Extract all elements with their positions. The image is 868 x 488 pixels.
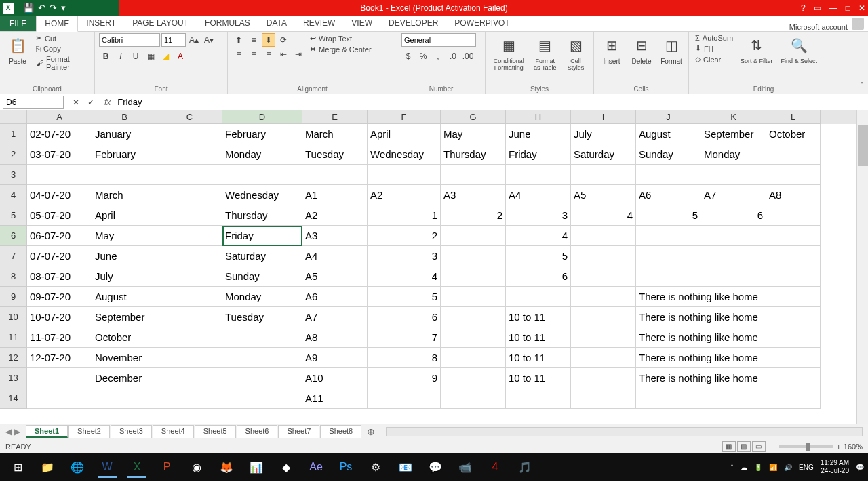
cell-B5[interactable]: April [92, 205, 157, 226]
border-button[interactable]: ▦ [144, 49, 157, 63]
cell-A10[interactable]: 10-07-20 [27, 307, 92, 327]
cell-B1[interactable]: January [92, 124, 157, 144]
align-left-icon[interactable]: ≡ [232, 47, 245, 61]
cell-J2[interactable]: Sunday [636, 144, 701, 165]
cell-E5[interactable]: A2 [302, 205, 368, 226]
cell-I1[interactable]: July [571, 124, 636, 144]
cell-F11[interactable]: 7 [368, 327, 441, 348]
cell-D13[interactable] [222, 368, 302, 388]
app-icon-6[interactable]: 🎵 [511, 456, 538, 478]
tray-cloud-icon[interactable]: ☁ [741, 464, 747, 471]
cut-button[interactable]: ✂Cut [34, 33, 90, 43]
cell-I13[interactable] [571, 368, 636, 388]
cell-F4[interactable]: A2 [368, 185, 441, 205]
cell-K14[interactable] [701, 388, 766, 409]
word-icon[interactable]: W [94, 456, 121, 478]
cell-H9[interactable] [506, 287, 571, 307]
app-icon-4[interactable]: 💬 [422, 456, 449, 478]
cell-C4[interactable] [157, 185, 222, 205]
cell-L7[interactable] [766, 246, 821, 266]
cell-F2[interactable]: Wednesday [368, 144, 441, 165]
vertical-scrollbar[interactable] [856, 110, 868, 424]
fx-icon[interactable]: fx [100, 98, 115, 107]
percent-icon[interactable]: % [416, 49, 430, 63]
tab-formulas[interactable]: FORMULAS [197, 16, 258, 31]
cell-H7[interactable]: 5 [506, 246, 571, 266]
scrollbar-thumb[interactable] [858, 125, 868, 166]
cell-J8[interactable] [636, 266, 701, 287]
cell-F10[interactable]: 6 [368, 307, 441, 327]
cell-E1[interactable]: March [302, 124, 368, 144]
cell-H10[interactable]: 10 to 11 [506, 307, 571, 327]
cell-I10[interactable] [571, 307, 636, 327]
cell-C3[interactable] [157, 165, 222, 185]
col-header-C[interactable]: C [157, 110, 222, 124]
cell-J3[interactable] [636, 165, 701, 185]
tab-view[interactable]: VIEW [343, 16, 380, 31]
tray-language[interactable]: ENG [799, 464, 814, 471]
cell-E14[interactable]: A11 [302, 388, 368, 409]
cell-G11[interactable] [441, 327, 506, 348]
cell-B10[interactable]: September [92, 307, 157, 327]
cell-K13[interactable] [701, 368, 766, 388]
cell-K4[interactable]: A7 [701, 185, 766, 205]
cell-D9[interactable]: Monday [222, 287, 302, 307]
outlook-icon[interactable]: 📧 [392, 456, 419, 478]
cell-D10[interactable]: Tuesday [222, 307, 302, 327]
fill-button[interactable]: ⬇Fill [693, 43, 735, 54]
row-header-14[interactable]: 14 [0, 388, 27, 409]
cell-J14[interactable] [636, 388, 701, 409]
cell-F9[interactable]: 5 [368, 287, 441, 307]
col-header-B[interactable]: B [92, 110, 157, 124]
cell-C9[interactable] [157, 287, 222, 307]
cell-E10[interactable]: A7 [302, 307, 368, 327]
cell-L2[interactable] [766, 144, 821, 165]
cell-F3[interactable] [368, 165, 441, 185]
cell-I4[interactable]: A5 [571, 185, 636, 205]
cell-D3[interactable] [222, 165, 302, 185]
cell-L14[interactable] [766, 388, 821, 409]
notifications-icon[interactable]: 💬 [856, 464, 864, 471]
cell-K8[interactable] [701, 266, 766, 287]
cell-J9[interactable]: There is nothing like home [636, 287, 701, 307]
cell-B14[interactable] [92, 388, 157, 409]
cell-A3[interactable] [27, 165, 92, 185]
app-icon-1[interactable]: 📊 [243, 456, 270, 478]
cell-G9[interactable] [441, 287, 506, 307]
row-header-1[interactable]: 1 [0, 124, 27, 144]
cell-E7[interactable]: A4 [302, 246, 368, 266]
cell-I8[interactable] [571, 266, 636, 287]
app-icon-3[interactable]: ⚙ [362, 456, 389, 478]
collapse-ribbon-icon[interactable]: ˄ [860, 81, 864, 91]
currency-icon[interactable]: $ [401, 49, 415, 63]
italic-button[interactable]: I [114, 49, 127, 63]
cell-I11[interactable] [571, 327, 636, 348]
cell-J11[interactable]: There is nothing like home [636, 327, 701, 348]
firefox-icon[interactable]: 🦊 [213, 456, 240, 478]
help-icon[interactable]: ? [801, 3, 806, 13]
cell-B11[interactable]: October [92, 327, 157, 348]
sheet-tab-sheet8[interactable]: Sheet8 [320, 425, 361, 438]
tab-review[interactable]: REVIEW [295, 16, 343, 31]
cell-A7[interactable]: 07-07-20 [27, 246, 92, 266]
redo-icon[interactable]: ↷ [50, 3, 57, 13]
zoom-slider[interactable] [779, 445, 833, 448]
cell-D8[interactable]: Sunday [222, 266, 302, 287]
cell-G3[interactable] [441, 165, 506, 185]
cell-E13[interactable]: A10 [302, 368, 368, 388]
cell-E8[interactable]: A5 [302, 266, 368, 287]
cell-B3[interactable] [92, 165, 157, 185]
tab-powerpivot[interactable]: POWERPIVOT [446, 16, 517, 31]
col-header-I[interactable]: I [571, 110, 636, 124]
col-header-F[interactable]: F [368, 110, 441, 124]
merge-center-button[interactable]: ⬌Merge & Center [308, 44, 374, 54]
tab-file[interactable]: FILE [0, 16, 36, 31]
cell-E4[interactable]: A1 [302, 185, 368, 205]
cell-B8[interactable]: July [92, 266, 157, 287]
cell-L10[interactable] [766, 307, 821, 327]
close-icon[interactable]: ✕ [859, 3, 865, 13]
cell-H6[interactable]: 4 [506, 226, 571, 246]
number-format-select[interactable] [401, 33, 476, 47]
cell-A13[interactable] [27, 368, 92, 388]
cell-C13[interactable] [157, 368, 222, 388]
